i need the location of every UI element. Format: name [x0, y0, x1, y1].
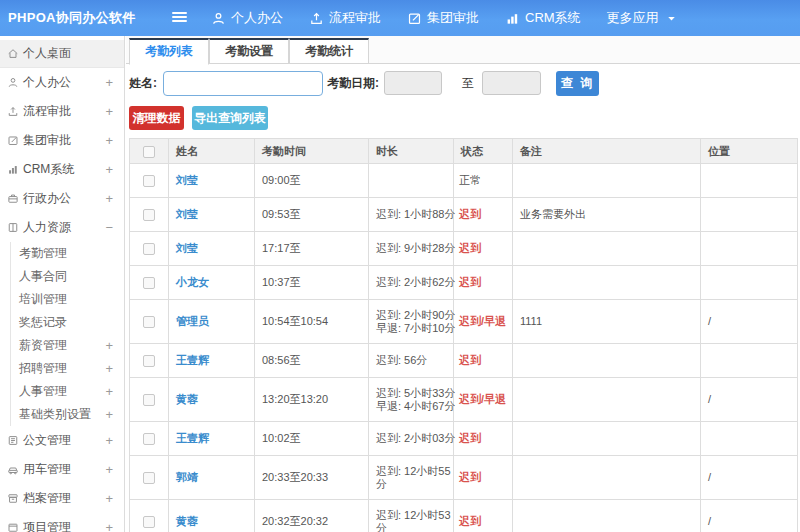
expand-toggle[interactable]: + — [105, 491, 113, 507]
sidebar-item[interactable]: 薪资管理+ — [10, 334, 124, 357]
to-label: 至 — [462, 75, 474, 92]
row-checkbox[interactable] — [130, 456, 169, 500]
sidebar-item[interactable]: 考勤管理 — [10, 242, 124, 265]
employee-name-link[interactable]: 刘莹 — [176, 208, 198, 220]
expand-toggle[interactable]: + — [105, 407, 113, 423]
expand-toggle[interactable]: + — [105, 462, 113, 478]
sidebar-item[interactable]: 个人桌面 — [0, 40, 124, 68]
expand-toggle[interactable]: + — [105, 133, 113, 149]
row-checkbox[interactable] — [130, 164, 169, 198]
row-checkbox[interactable] — [130, 422, 169, 456]
clean-data-button[interactable]: 清理数据 — [129, 106, 184, 130]
sidebar-item-label: 用车管理 — [23, 461, 71, 478]
sidebar-item[interactable]: 人事合同 — [10, 265, 124, 288]
sidebar-item[interactable]: 档案管理+ — [0, 484, 124, 513]
expand-toggle[interactable]: + — [105, 191, 113, 207]
top-nav-item[interactable]: 更多应用 — [607, 9, 678, 27]
expand-toggle[interactable]: + — [105, 75, 113, 91]
header-row: 姓名考勤时间时长状态备注位置 — [130, 139, 798, 164]
sidebar-item[interactable]: 项目管理+ — [0, 513, 124, 532]
expand-toggle[interactable]: + — [105, 361, 113, 377]
employee-name-link[interactable]: 王壹辉 — [176, 354, 209, 366]
sidebar-item-label: 集团审批 — [23, 132, 71, 149]
cell-location: / — [701, 378, 798, 422]
column-header: 位置 — [701, 139, 798, 164]
employee-name-link[interactable]: 郭靖 — [176, 471, 198, 483]
top-nav-item[interactable]: 个人办公 — [211, 9, 283, 27]
row-checkbox[interactable] — [130, 300, 169, 344]
row-checkbox[interactable] — [130, 266, 169, 300]
sidebar-item[interactable]: 培训管理 — [10, 288, 124, 311]
sidebar-item-label: 公文管理 — [23, 432, 71, 449]
date-from-input[interactable] — [384, 71, 442, 95]
expand-toggle[interactable]: + — [105, 433, 113, 449]
cell-location — [701, 266, 798, 300]
search-button[interactable]: 查 询 — [556, 71, 599, 96]
name-label: 姓名: — [129, 75, 157, 92]
action-buttons: 清理数据 导出查询列表 — [129, 106, 268, 130]
date-to-input[interactable] — [482, 71, 541, 95]
menu-toggle-icon[interactable] — [172, 12, 187, 24]
cell-duration: 迟到: 2小时62分 — [369, 266, 454, 300]
sidebar-item[interactable]: 流程审批+ — [0, 97, 124, 126]
row-checkbox[interactable] — [130, 232, 169, 266]
column-header: 备注 — [513, 139, 701, 164]
cell-time: 20:33至20:33 — [255, 456, 369, 500]
sidebar-item[interactable]: 行政办公+ — [0, 184, 124, 213]
select-all-checkbox[interactable] — [130, 139, 169, 164]
expand-toggle[interactable]: − — [105, 220, 113, 236]
sidebar-item[interactable]: 个人办公+ — [0, 68, 124, 97]
export-list-button[interactable]: 导出查询列表 — [192, 106, 268, 130]
employee-name-link[interactable]: 黄蓉 — [176, 515, 198, 527]
app-logo[interactable]: PHPOA协同办公软件 — [8, 0, 136, 36]
sidebar-item-label: 行政办公 — [23, 190, 71, 207]
sidebar-item-label: 个人办公 — [23, 74, 71, 91]
tab-bar: 考勤列表考勤设置考勤统计 — [126, 36, 800, 64]
employee-name-link[interactable]: 管理员 — [176, 315, 209, 327]
sidebar-item[interactable]: 招聘管理+ — [10, 357, 124, 380]
top-nav-item[interactable]: CRM系统 — [505, 9, 581, 27]
tab-考勤设置[interactable]: 考勤设置 — [209, 38, 289, 64]
sidebar-item[interactable]: 集团审批+ — [0, 126, 124, 155]
cell-note — [513, 456, 701, 500]
row-checkbox[interactable] — [130, 378, 169, 422]
column-header: 状态 — [454, 139, 513, 164]
sidebar-item[interactable]: 基础类别设置+ — [10, 403, 124, 426]
employee-name-link[interactable]: 黄蓉 — [176, 393, 198, 405]
expand-toggle[interactable]: + — [105, 520, 113, 532]
filter-form: 姓名: 考勤日期: 至 查 询 — [129, 70, 599, 96]
sidebar-item[interactable]: 用车管理+ — [0, 455, 124, 484]
tab-考勤列表[interactable]: 考勤列表 — [129, 38, 209, 65]
sidebar-item[interactable]: CRM系统+ — [0, 155, 124, 184]
cell-status: 迟到 — [454, 456, 513, 500]
doc-icon — [7, 434, 19, 447]
expand-toggle[interactable]: + — [105, 338, 113, 354]
row-checkbox[interactable] — [130, 344, 169, 378]
row-checkbox[interactable] — [130, 198, 169, 232]
attendance-table: 姓名考勤时间时长状态备注位置 刘莹09:00至正常刘莹09:53至迟到: 1小时… — [129, 138, 798, 532]
sidebar-item[interactable]: 公文管理+ — [0, 426, 124, 455]
cell-duration — [369, 164, 454, 198]
employee-name-link[interactable]: 小龙女 — [176, 276, 209, 288]
name-input[interactable] — [163, 71, 323, 96]
cell-duration: 迟到: 12小时55分 — [369, 456, 454, 500]
chart-icon — [7, 163, 19, 176]
employee-name-link[interactable]: 王壹辉 — [176, 432, 209, 444]
top-nav-item[interactable]: 集团审批 — [407, 9, 479, 27]
top-nav-item[interactable]: 流程审批 — [309, 9, 381, 27]
table-row: 黄蓉20:32至20:32迟到: 12小时53分迟到/ — [130, 500, 798, 532]
expand-toggle[interactable]: + — [105, 384, 113, 400]
cell-name: 郭靖 — [169, 456, 255, 500]
sidebar-item[interactable]: 人事管理+ — [10, 380, 124, 403]
table-row: 郭靖20:33至20:33迟到: 12小时55分迟到/ — [130, 456, 798, 500]
expand-toggle[interactable]: + — [105, 162, 113, 178]
employee-name-link[interactable]: 刘莹 — [176, 242, 198, 254]
row-checkbox[interactable] — [130, 500, 169, 532]
tab-考勤统计[interactable]: 考勤统计 — [289, 38, 369, 64]
sidebar-item[interactable]: 人力资源− — [0, 213, 124, 242]
sidebar-item-label: 个人桌面 — [23, 45, 71, 62]
sidebar-item-label: 基础类别设置 — [19, 406, 91, 423]
employee-name-link[interactable]: 刘莹 — [176, 174, 198, 186]
expand-toggle[interactable]: + — [105, 104, 113, 120]
sidebar-item[interactable]: 奖惩记录 — [10, 311, 124, 334]
